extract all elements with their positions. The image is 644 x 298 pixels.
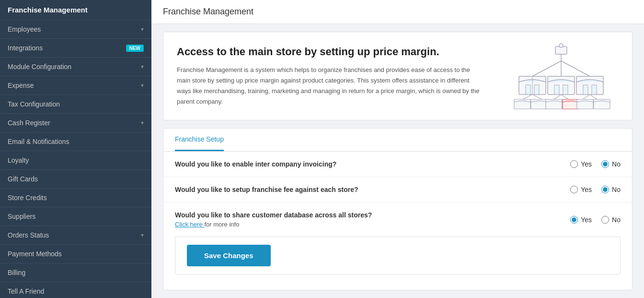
sidebar-item-employees[interactable]: Employees▾ xyxy=(0,20,151,39)
sidebar-item-email-notifications[interactable]: Email & Notifications xyxy=(0,132,151,151)
svg-line-3 xyxy=(532,61,561,76)
radio-group-franchise-fee: YesNo xyxy=(570,186,621,193)
svg-rect-15 xyxy=(592,85,597,95)
question-text-franchise-fee: Would you like to setup franchise fee ag… xyxy=(175,186,358,193)
sidebar-item-billing[interactable]: Billing xyxy=(0,263,151,282)
radio-label-franchise-fee-yes[interactable]: Yes xyxy=(570,186,592,193)
radio-text-inter-company-no: No xyxy=(612,160,621,168)
sidebar-label-expense: Expense xyxy=(8,82,34,89)
hero-description: Franchise Management is a system which h… xyxy=(177,65,483,107)
svg-rect-8 xyxy=(534,85,539,95)
radio-label-inter-company-yes[interactable]: Yes xyxy=(570,160,592,168)
hero-heading: Access to the main store by setting up p… xyxy=(177,45,483,59)
sidebar-label-loyalty: Loyalty xyxy=(8,156,29,164)
question-row-customer-database: Would you like to share customer databas… xyxy=(163,203,632,237)
radio-franchise-fee-no[interactable] xyxy=(601,186,609,193)
sidebar-item-cash-register[interactable]: Cash Register▾ xyxy=(0,114,151,132)
svg-point-1 xyxy=(559,44,563,48)
page-title: Franchise Management xyxy=(151,0,644,24)
sidebar-title: Franchise Management xyxy=(0,0,151,20)
radio-text-franchise-fee-yes: Yes xyxy=(581,186,592,193)
sidebar-label-email-notifications: Email & Notifications xyxy=(8,138,69,145)
radio-inter-company-no[interactable] xyxy=(601,160,609,168)
radio-text-inter-company-yes: Yes xyxy=(581,160,592,168)
radio-label-franchise-fee-no[interactable]: No xyxy=(601,186,621,193)
svg-rect-13 xyxy=(576,76,603,95)
svg-line-21 xyxy=(590,95,597,99)
radio-group-inter-company: YesNo xyxy=(570,160,621,168)
tab-franchise-setup[interactable]: Franchise Setup xyxy=(175,129,224,151)
svg-line-20 xyxy=(583,95,590,99)
radio-text-franchise-fee-no: No xyxy=(612,186,621,193)
tabs-bar: Franchise Setup xyxy=(163,129,632,152)
svg-rect-10 xyxy=(548,76,575,95)
main-content: Franchise Management Access to the main … xyxy=(151,0,644,298)
sidebar-label-suppliers: Suppliers xyxy=(8,213,35,220)
radio-customer-database-yes[interactable] xyxy=(570,216,578,224)
sidebar-item-integrations[interactable]: IntegrationsNEW xyxy=(0,39,151,58)
sidebar-item-expense[interactable]: Expense▾ xyxy=(0,76,151,95)
sidebar: Franchise Management Employees▾Integrati… xyxy=(0,0,151,298)
svg-rect-11 xyxy=(554,85,559,95)
sidebar-label-gift-cards: Gift Cards xyxy=(8,175,38,183)
sidebar-label-store-credits: Store Credits xyxy=(8,194,47,202)
question-row-franchise-fee: Would you like to setup franchise fee ag… xyxy=(163,177,632,203)
question-afterlink-customer-database: for more info xyxy=(204,221,239,228)
sidebar-label-billing: Billing xyxy=(8,269,25,276)
sidebar-item-payment-methods[interactable]: Payment Methods xyxy=(0,245,151,263)
radio-label-customer-database-no[interactable]: No xyxy=(601,216,621,224)
sidebar-label-tell-a-friend: Tell A Friend xyxy=(8,287,44,295)
sidebar-item-module-configuration[interactable]: Module Configuration▾ xyxy=(0,58,151,76)
setup-card: Franchise Setup Would you like to enable… xyxy=(163,128,632,290)
radio-label-customer-database-yes[interactable]: Yes xyxy=(570,216,592,224)
sidebar-items: Employees▾IntegrationsNEWModule Configur… xyxy=(0,20,151,298)
sidebar-label-employees: Employees xyxy=(8,25,41,33)
svg-rect-12 xyxy=(563,85,568,95)
radio-text-customer-database-no: No xyxy=(612,216,621,224)
sidebar-label-orders-status: Orders Status xyxy=(8,231,49,239)
radio-text-customer-database-yes: Yes xyxy=(581,216,592,224)
question-subtext-customer-database: Click here for more info xyxy=(175,221,372,228)
save-button[interactable]: Save Changes xyxy=(187,245,271,266)
save-bar: Save Changes xyxy=(175,237,621,274)
sidebar-item-suppliers[interactable]: Suppliers xyxy=(0,207,151,226)
question-row-inter-company: Would you like to enable inter company i… xyxy=(163,152,632,177)
svg-rect-14 xyxy=(583,85,588,95)
sidebar-item-tax-configuration[interactable]: Tax Configuration xyxy=(0,95,151,114)
sidebar-label-module-configuration: Module Configuration xyxy=(8,63,71,71)
sidebar-item-tell-a-friend[interactable]: Tell A Friend xyxy=(0,282,151,298)
sidebar-item-gift-cards[interactable]: Gift Cards xyxy=(0,170,151,189)
question-text-inter-company: Would you like to enable inter company i… xyxy=(175,160,336,168)
question-text-customer-database: Would you like to share customer databas… xyxy=(175,211,372,228)
sidebar-label-tax-configuration: Tax Configuration xyxy=(8,100,60,108)
questions-container: Would you like to enable inter company i… xyxy=(163,152,632,237)
svg-line-19 xyxy=(561,95,568,99)
radio-inter-company-yes[interactable] xyxy=(570,160,578,168)
sidebar-label-cash-register: Cash Register xyxy=(8,119,50,127)
svg-rect-7 xyxy=(526,85,530,95)
chevron-icon-expense: ▾ xyxy=(141,82,144,89)
sidebar-item-orders-status[interactable]: Orders Status▾ xyxy=(0,226,151,245)
radio-franchise-fee-yes[interactable] xyxy=(570,186,578,193)
chevron-icon-cash-register: ▾ xyxy=(141,119,144,126)
sidebar-item-loyalty[interactable]: Loyalty xyxy=(0,151,151,170)
chevron-icon-module-configuration: ▾ xyxy=(141,63,144,70)
svg-line-18 xyxy=(554,95,561,99)
radio-customer-database-no[interactable] xyxy=(601,216,609,224)
question-link-customer-database[interactable]: Click here xyxy=(175,221,204,228)
hero-illustration xyxy=(504,43,619,110)
svg-line-17 xyxy=(532,95,542,99)
question-label-franchise-fee: Would you like to setup franchise fee ag… xyxy=(175,186,358,193)
svg-line-5 xyxy=(561,61,590,76)
question-label-inter-company: Would you like to enable inter company i… xyxy=(175,160,336,168)
hero-card: Access to the main store by setting up p… xyxy=(163,32,632,120)
radio-label-inter-company-no[interactable]: No xyxy=(601,160,621,168)
svg-line-16 xyxy=(523,95,532,99)
sidebar-label-integrations: Integrations xyxy=(8,44,43,52)
sidebar-label-payment-methods: Payment Methods xyxy=(8,250,62,258)
sidebar-item-store-credits[interactable]: Store Credits xyxy=(0,189,151,207)
badge-integrations: NEW xyxy=(126,45,144,52)
chevron-icon-employees: ▾ xyxy=(141,26,144,33)
chevron-icon-orders-status: ▾ xyxy=(141,232,144,238)
question-label-customer-database: Would you like to share customer databas… xyxy=(175,211,372,219)
